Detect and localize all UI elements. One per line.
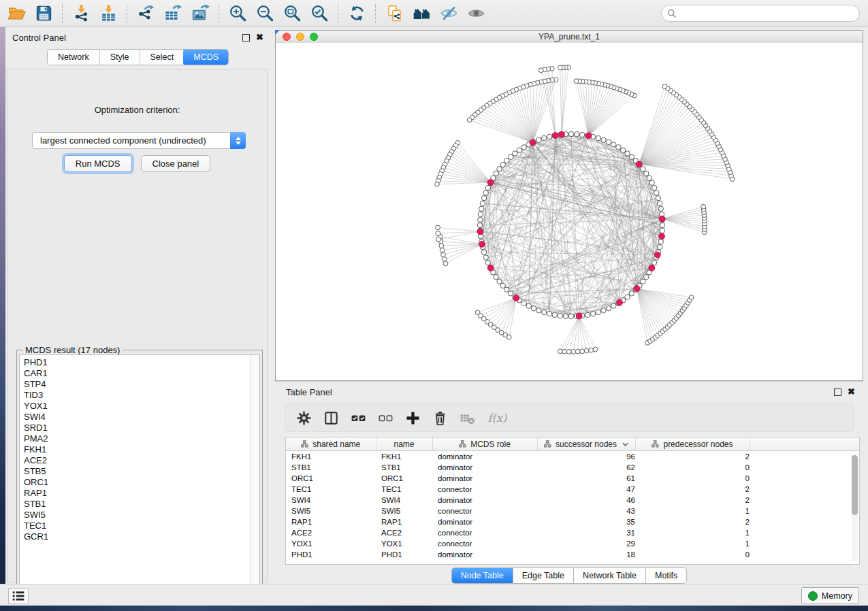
table-row[interactable]: FKH1FKH1dominator962 (286, 451, 860, 463)
graph-node[interactable] (616, 145, 621, 150)
graph-leaf-node[interactable] (539, 68, 543, 73)
export-image-button[interactable] (187, 2, 214, 25)
graph-node[interactable] (478, 212, 483, 216)
result-node[interactable]: SRD1 (24, 423, 259, 433)
tab-select[interactable]: Select (140, 50, 184, 65)
graph-leaf-node[interactable] (558, 65, 562, 70)
graph-hub-node[interactable] (617, 299, 623, 306)
graph-node[interactable] (563, 314, 568, 318)
graph-node[interactable] (521, 145, 526, 150)
graph-node[interactable] (513, 151, 517, 156)
table-scrollbar-thumb[interactable] (852, 455, 858, 515)
graph-node[interactable] (497, 167, 502, 171)
graph-node[interactable] (629, 154, 634, 159)
graph-leaf-node[interactable] (689, 295, 694, 300)
result-list-scrollbar[interactable] (250, 355, 259, 601)
graph-leaf-node[interactable] (558, 349, 562, 354)
graph-node[interactable] (485, 185, 490, 190)
graph-hub-node[interactable] (634, 286, 640, 292)
table-row[interactable]: SWI5SWI5connector431 (286, 506, 860, 516)
graph-node[interactable] (478, 217, 483, 222)
graph-leaf-node[interactable] (584, 348, 589, 353)
graph-node[interactable] (497, 279, 502, 284)
graph-hub-node[interactable] (636, 161, 642, 167)
graph-node[interactable] (541, 135, 546, 140)
result-node[interactable]: PMA2 (24, 433, 259, 444)
tab-network-table[interactable]: Network Table (574, 567, 646, 584)
optimization-select[interactable]: largest connected component (undirected) (32, 132, 246, 149)
graph-node[interactable] (647, 176, 652, 180)
zoom-out-button[interactable] (251, 2, 278, 25)
run-mcds-button[interactable]: Run MCDS (64, 155, 132, 172)
graph-node[interactable] (641, 167, 645, 171)
tab-mcds[interactable]: MCDS (183, 49, 229, 65)
graph-leaf-node[interactable] (571, 350, 576, 354)
graph-hub-node[interactable] (530, 139, 536, 146)
search-box[interactable] (661, 5, 860, 22)
network-titlebar[interactable]: YPA_prune.txt_1 (276, 31, 863, 44)
refresh-button[interactable] (343, 2, 370, 25)
graph-node[interactable] (479, 206, 483, 211)
graph-node[interactable] (504, 159, 509, 163)
table-row[interactable]: RAP1RAP1dominator352 (286, 516, 860, 527)
result-node[interactable]: GCR1 (24, 531, 259, 542)
graph-node[interactable] (625, 151, 630, 156)
graph-node[interactable] (629, 291, 634, 296)
table-row[interactable]: PHD1PHD1dominator180 (286, 549, 860, 560)
graph-leaf-node[interactable] (701, 204, 706, 209)
graph-node[interactable] (485, 260, 490, 265)
graph-node[interactable] (568, 131, 573, 136)
graph-node[interactable] (601, 137, 606, 142)
graph-node[interactable] (536, 137, 541, 142)
result-node[interactable]: ACE2 (24, 455, 259, 466)
export-network-button[interactable] (132, 2, 159, 25)
graph-node[interactable] (585, 312, 590, 317)
graph-node[interactable] (644, 171, 649, 176)
graph-node[interactable] (644, 274, 649, 279)
graph-node[interactable] (547, 311, 551, 316)
result-node[interactable]: STB5 (24, 466, 259, 477)
graph-node[interactable] (477, 222, 482, 227)
column-header[interactable]: predecessor nodes (635, 437, 750, 451)
graph-node[interactable] (654, 191, 659, 195)
graph-node[interactable] (568, 314, 573, 318)
graph-node[interactable] (483, 255, 488, 260)
graph-leaf-node[interactable] (574, 79, 579, 84)
graph-hub-node[interactable] (487, 265, 494, 271)
zoom-fit-button[interactable] (278, 2, 306, 25)
float-table-panel-icon[interactable] (834, 389, 841, 396)
graph-hub-node[interactable] (654, 252, 660, 258)
tab-edge-table[interactable]: Edge Table (513, 567, 574, 584)
graph-node[interactable] (579, 132, 584, 137)
mcds-result-list[interactable]: PHD1CAR1STP4TID3YOX1SWI4SRD1PMA2FKH1ACE2… (19, 354, 260, 601)
result-node[interactable]: ORC1 (24, 477, 259, 488)
table-row[interactable]: STB1STB1dominator620 (286, 462, 860, 473)
graph-hub-node[interactable] (585, 133, 592, 139)
result-node[interactable]: STP4 (24, 379, 259, 390)
result-node[interactable]: SWI4 (24, 412, 259, 423)
result-node[interactable]: STB1 (24, 499, 259, 510)
graph-leaf-node[interactable] (662, 84, 667, 89)
graph-leaf-node[interactable] (435, 182, 440, 186)
table-row[interactable]: TEC1TEC1connector472 (286, 484, 860, 495)
delete-button[interactable] (432, 410, 448, 426)
graph-node[interactable] (606, 306, 611, 310)
columns-button[interactable] (323, 410, 339, 426)
table-row[interactable]: SWI4SWI4dominator462 (286, 495, 860, 506)
graph-node[interactable] (481, 250, 486, 254)
graph-node[interactable] (480, 201, 485, 205)
graph-leaf-node[interactable] (440, 248, 445, 252)
graph-leaf-node[interactable] (443, 261, 448, 266)
column-header[interactable]: MCDS role (432, 437, 537, 451)
delete-table-button[interactable] (460, 410, 475, 426)
graph-node[interactable] (481, 195, 486, 200)
graph-node[interactable] (508, 291, 513, 296)
graph-node[interactable] (521, 301, 526, 306)
graph-node[interactable] (596, 310, 600, 314)
show-all-button[interactable] (462, 2, 489, 25)
close-table-panel-icon[interactable]: ✖ (848, 389, 855, 395)
graph-leaf-node[interactable] (589, 348, 594, 352)
graph-node[interactable] (526, 303, 531, 308)
graph-leaf-node[interactable] (442, 257, 447, 262)
graph-hub-node[interactable] (576, 313, 582, 319)
